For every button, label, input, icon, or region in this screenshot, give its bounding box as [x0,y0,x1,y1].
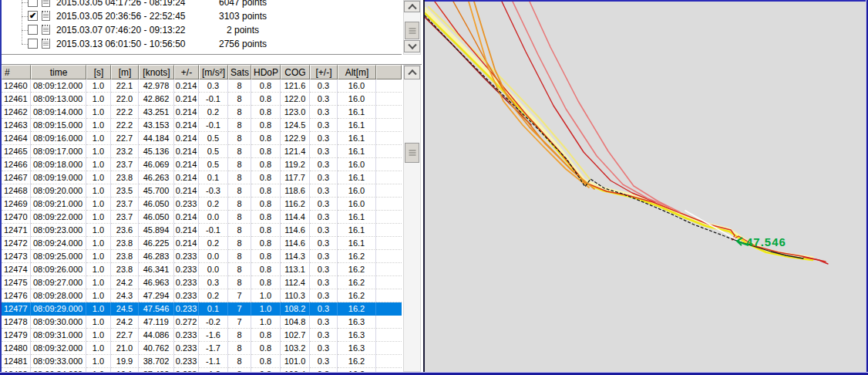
session-list-item[interactable]: 2015.03.05 04:17:26 - 08:19:246047 point… [2,0,402,9]
cell: 124.5 [281,119,310,132]
tree-line [22,16,28,18]
column-header-altm[interactable]: Alt[m] [338,65,376,79]
cell: 22.0 [111,93,139,106]
table-row[interactable]: 1247608:09:28.0001.024.347.2940.2330.271… [2,289,402,302]
session-list-scrollbar[interactable] [403,0,421,55]
pane-divider[interactable] [423,0,425,375]
table-row[interactable]: 1247008:09:22.0001.023.746.0500.2140.080… [2,211,402,224]
column-header-[interactable]: # [2,65,31,79]
cell: 0.214 [174,79,199,93]
track-pink-right-2 [513,2,668,207]
table-row[interactable]: 1247108:09:23.0001.023.645.8940.214-0.18… [2,224,402,237]
column-header-knots[interactable]: [knots] [139,65,174,79]
cell: 8 [228,119,251,132]
table-scrollbar[interactable] [403,65,421,372]
column-header-hdop[interactable]: HDoP [251,65,281,79]
column-header-[interactable]: [+/-] [310,65,338,79]
column-header-ms[interactable]: [m/s²] [199,65,228,79]
cell: 0.8 [251,342,281,355]
cell: 12471 [2,224,31,237]
table-row[interactable]: 1246308:09:15.0001.022.243.1530.214-0.18… [2,119,402,132]
scroll-up-button[interactable] [404,1,420,12]
scrollbar-thumb[interactable] [405,143,419,163]
cell: 103.2 [281,342,310,355]
session-label: 2015.03.13 06:01:50 - 10:56:50 [56,39,185,49]
table-row[interactable]: 1246208:09:14.0001.022.243.2510.2140.280… [2,106,402,119]
cell: 0.8 [251,250,281,263]
session-list-item[interactable]: 2015.03.07 07:46:20 - 09:13:222 points [2,23,402,37]
session-list-item[interactable]: ✔2015.03.05 20:36:56 - 22:52:453103 poin… [2,9,402,23]
table-row[interactable]: 1247308:09:25.0001.023.846.2830.2330.080… [2,250,402,263]
cell: 119.2 [281,158,310,171]
column-header-[interactable]: +/- [174,65,199,79]
cell: 08:09:25.000 [31,250,86,263]
cell-stub [376,119,402,132]
table-row[interactable]: 1246008:09:12.0001.022.142.9780.2140.380… [2,79,402,93]
cell: 08:09:21.000 [31,198,86,211]
session-list-item[interactable]: 2015.03.13 06:01:50 - 10:56:502756 point… [2,37,402,51]
column-header-cog[interactable]: COG [281,65,310,79]
cell: 0.272 [174,316,199,329]
session-checkbox[interactable] [28,25,38,35]
cell: 08:09:29.000 [31,302,86,316]
table-row[interactable]: 1246608:09:18.0001.023.746.0690.2140.580… [2,158,402,171]
cell: 0.1 [199,302,228,316]
table-row[interactable]: 1247508:09:27.0001.024.246.9630.2330.380… [2,276,402,289]
table-row[interactable]: 1246108:09:13.0001.022.042.8620.214-0.18… [2,93,402,106]
cell: 1.0 [251,302,281,316]
cell: 45.136 [139,145,174,158]
table-header-row: #time[s][m][knots]+/-[m/s²]SatsHDoPCOG[+… [2,65,402,79]
table-row[interactable]: 1246408:09:16.0001.022.744.1840.2140.580… [2,132,402,145]
cell: 0.3 [310,171,338,184]
cell: 46.263 [139,171,174,184]
track-map[interactable]: 47.546 [425,2,866,372]
table-row[interactable]: 1247808:09:30.0001.024.247.1190.272-0.27… [2,316,402,329]
table-row[interactable]: 1247908:09:31.0001.022.744.0860.233-1.68… [2,329,402,342]
table-row[interactable]: 1246708:09:19.0001.023.846.2630.2140.180… [2,171,402,184]
cell: 121.6 [281,79,310,93]
cell-stub [376,276,402,289]
cell: 1.0 [86,237,111,250]
cell: -1.1 [199,355,228,368]
cell: 1.0 [86,106,111,119]
table-row[interactable]: 1247408:09:26.0001.023.846.3410.2330.080… [2,263,402,276]
cell: 12463 [2,119,31,132]
session-checkbox[interactable]: ✔ [28,11,38,21]
column-header-m[interactable]: [m] [111,65,139,79]
cell: 0.3 [310,198,338,211]
cell: 12464 [2,132,31,145]
column-header-s[interactable]: [s] [86,65,111,79]
cell: 8 [228,342,251,355]
cell: 122.9 [281,132,310,145]
cell: 0.2 [199,289,228,302]
session-label: 2015.03.05 04:17:26 - 08:19:24 [56,0,185,8]
table-row[interactable]: 1246908:09:21.0001.023.746.0500.2330.280… [2,198,402,211]
table-row[interactable]: 1248008:09:32.0001.021.040.7620.233-1.78… [2,342,402,355]
cell: 122.0 [281,93,310,106]
table-row-selected[interactable]: 1247708:09:29.0001.024.547.5460.2330.171… [2,302,402,316]
scrollbar-thumb[interactable] [405,22,419,39]
session-checkbox[interactable] [28,39,38,49]
session-checkbox[interactable] [28,0,38,7]
cell-stub [376,211,402,224]
cell: 0.8 [251,145,281,158]
track-white [685,211,740,242]
scroll-down-button[interactable] [404,40,420,52]
tree-line [22,2,28,4]
column-header-time[interactable]: time [31,65,86,79]
table-row[interactable]: 1246808:09:20.0001.023.545.7000.214-0.38… [2,184,402,198]
table-row[interactable]: 1246508:09:17.0001.023.245.1360.2140.580… [2,145,402,158]
cell: 22.1 [111,79,139,93]
scroll-up-button[interactable] [404,66,420,79]
cell: 0.233 [174,302,199,316]
thumb-grip-icon [409,30,415,31]
column-header-sats[interactable]: Sats [228,65,251,79]
table-row[interactable]: 1248108:09:33.0001.019.938.7020.233-1.18… [2,355,402,368]
cell: 0.8 [251,93,281,106]
cell: 0.5 [199,145,228,158]
cell: 1.0 [86,302,111,316]
table-row[interactable]: 1247208:09:24.0001.023.846.2250.2140.280… [2,237,402,250]
cell: 0.8 [251,171,281,184]
cell: 16.1 [338,119,376,132]
session-list: 2015.03.05 04:17:26 - 08:19:246047 point… [2,0,402,55]
